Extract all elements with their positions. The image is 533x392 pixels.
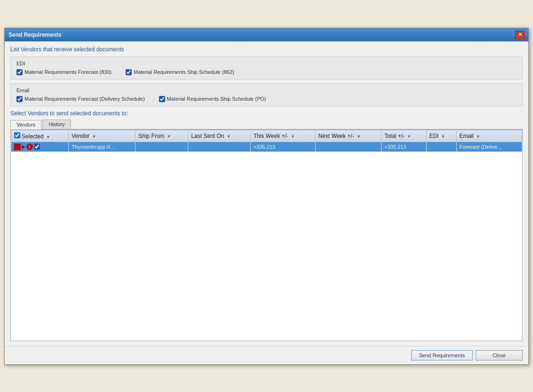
table-header-row: Selected ▼ Vendor ▼ Ship From ▼ Last S (11, 130, 522, 142)
selected-sort-icon: ▼ (46, 135, 50, 139)
row-selected-cell: ▶ ! (11, 142, 69, 152)
row-total-cell: +335,213 (382, 142, 426, 152)
vendors-table: Selected ▼ Vendor ▼ Ship From ▼ Last S (11, 130, 522, 152)
title-bar: Send Requirements ✕ (5, 28, 528, 41)
edi-checkbox-item-2: Material Requirements Ship Schedule (862… (126, 69, 234, 75)
select-vendors-label: Select Vendors to send selected document… (10, 110, 523, 117)
edi-label-1: Material Requirements Forecast (830) (24, 69, 111, 75)
edi-checkbox-row: Material Requirements Forecast (830) Mat… (16, 69, 517, 75)
this-week-sort-icon: ▼ (291, 134, 295, 139)
edi-checkbox-2[interactable] (126, 69, 132, 75)
ship-from-sort-icon: ▼ (167, 134, 171, 139)
row-icons: ▶ ! (14, 144, 66, 150)
dialog-content: List Vendors that receive selected docum… (5, 41, 528, 346)
tab-vendors[interactable]: Vendors (10, 120, 41, 129)
col-ship-from: Ship From ▼ (135, 130, 188, 142)
edi-checkbox-item-1: Material Requirements Forecast (830) (16, 69, 111, 75)
email-checkbox-2[interactable] (159, 96, 165, 102)
email-checkbox-item-2: Material Requirements Ship Schedule (PO) (159, 96, 266, 102)
last-sent-sort-icon: ▼ (227, 134, 231, 139)
row-edi-cell (426, 142, 456, 152)
select-all-checkbox[interactable] (14, 132, 20, 138)
col-edi: EDI ▼ (426, 130, 456, 142)
edi-section-title: EDI (16, 61, 517, 66)
col-last-sent-on: Last Sent On ▼ (188, 130, 250, 142)
row-next-week-cell (315, 142, 382, 152)
vendors-table-wrapper: Selected ▼ Vendor ▼ Ship From ▼ Last S (10, 129, 523, 341)
vendor-sort-icon: ▼ (92, 134, 96, 139)
email-section-title: Email (16, 88, 517, 93)
row-ship-from-cell (135, 142, 188, 152)
col-selected: Selected ▼ (11, 130, 69, 142)
col-this-week: This Week +/- ▼ (250, 130, 315, 142)
tab-history[interactable]: History (42, 120, 71, 129)
next-week-sort-icon: ▼ (357, 134, 361, 139)
email-checkbox-1[interactable] (16, 96, 23, 102)
send-requirements-button[interactable]: Send Requirements (411, 350, 473, 360)
edi-label-2: Material Requirements Ship Schedule (862… (134, 69, 234, 75)
col-vendor: Vendor ▼ (69, 130, 135, 142)
col-email: Email ▼ (456, 130, 522, 142)
send-requirements-dialog: Send Requirements ✕ List Vendors that re… (4, 28, 529, 365)
email-section: Email Material Requirements Forecast (De… (10, 83, 523, 106)
row-select-checkbox[interactable] (34, 144, 40, 150)
table-row[interactable]: ▶ ! ThyssenKrupp N... +335,213 +335,213 (11, 142, 522, 152)
email-label-2: Material Requirements Ship Schedule (PO) (167, 96, 266, 102)
close-button[interactable]: Close (476, 350, 523, 360)
red-square-icon (14, 144, 21, 150)
email-sort-icon: ▼ (476, 134, 480, 139)
dialog-footer: Send Requirements Close (5, 346, 528, 364)
close-icon[interactable]: ✕ (515, 31, 525, 39)
expand-arrow-icon[interactable]: ▶ (22, 144, 25, 149)
dialog-title: Send Requirements (8, 32, 62, 38)
list-vendors-label: List Vendors that receive selected docum… (10, 46, 523, 53)
email-checkbox-row: Material Requirements Forecast (Delivery… (16, 96, 517, 102)
col-total: Total +/- ▼ (382, 130, 426, 142)
edi-sort-icon: ▼ (441, 134, 445, 139)
row-this-week-cell: +335,213 (250, 142, 315, 152)
tabs-container: Vendors History (10, 120, 523, 129)
row-vendor-cell: ThyssenKrupp N... (69, 142, 135, 152)
row-last-sent-cell (188, 142, 250, 152)
email-checkbox-item-1: Material Requirements Forecast (Delivery… (16, 96, 145, 102)
edi-checkbox-1[interactable] (16, 69, 23, 75)
edi-section: EDI Material Requirements Forecast (830)… (10, 56, 523, 80)
total-sort-icon: ▼ (407, 134, 411, 139)
email-label-1: Material Requirements Forecast (Delivery… (24, 96, 145, 102)
col-next-week: Next Week +/- ▼ (315, 130, 382, 142)
row-email-cell: Forecast (Delive... (456, 142, 522, 152)
warning-icon: ! (26, 144, 33, 150)
